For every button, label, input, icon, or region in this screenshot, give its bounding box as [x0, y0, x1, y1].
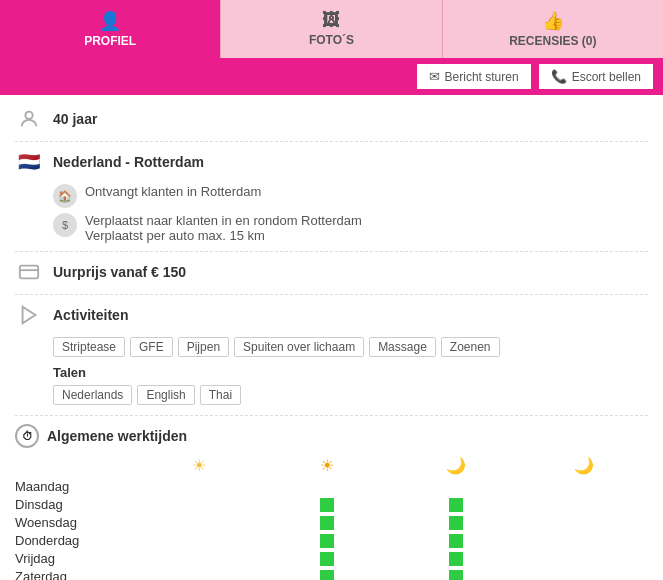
- cell-vr-1: [135, 552, 263, 566]
- hours-row-zaterdag: Zaterdag: [15, 569, 648, 580]
- location-value: Nederland - Rotterdam: [53, 154, 204, 170]
- svg-point-0: [25, 112, 32, 119]
- phone-icon: 📞: [551, 69, 567, 84]
- price-icon: [15, 258, 43, 286]
- tag-gfe: GFE: [130, 337, 173, 357]
- tab-fotos-label: FOTO´S: [309, 33, 354, 47]
- bericht-sturen-button[interactable]: ✉ Bericht sturen: [417, 64, 531, 89]
- day-woensdag: Woensdag: [15, 515, 135, 530]
- action-bar: ✉ Bericht sturen 📞 Escort bellen: [0, 58, 663, 95]
- time-morning-icon: ☀: [135, 456, 263, 475]
- profiel-icon: 👤: [5, 10, 215, 32]
- time-afternoon-icon: ☀: [263, 456, 391, 475]
- day-maandag: Maandag: [15, 479, 135, 494]
- tag-zoenen: Zoenen: [441, 337, 500, 357]
- fotos-icon: 🖼: [226, 10, 436, 31]
- time-night-icon: 🌙: [520, 456, 648, 475]
- tab-recensies-label: RECENSIES (0): [509, 34, 596, 48]
- cell-wo-1: [135, 516, 263, 530]
- hours-row-donderdag: Donderdag: [15, 533, 648, 548]
- day-dinsdag: Dinsdag: [15, 497, 135, 512]
- escort-bellen-button[interactable]: 📞 Escort bellen: [539, 64, 653, 89]
- day-donderdag: Donderdag: [15, 533, 135, 548]
- cell-ma-3: [392, 480, 520, 494]
- tag-striptease: Striptease: [53, 337, 125, 357]
- envelope-icon: ✉: [429, 69, 440, 84]
- hours-header: ☀ ☀ 🌙 🌙: [15, 456, 648, 475]
- cell-do-2: [263, 534, 391, 548]
- languages-title: Talen: [53, 365, 648, 380]
- activities-title: Activiteiten: [53, 307, 128, 323]
- time-evening-icon: 🌙: [392, 456, 520, 475]
- cell-do-1: [135, 534, 263, 548]
- activities-tags: Striptease GFE Pijpen Spuiten over licha…: [53, 337, 648, 357]
- cell-do-3: [392, 534, 520, 548]
- languages-tags: Nederlands English Thai: [53, 385, 648, 405]
- age-row: 40 jaar: [15, 105, 648, 133]
- cell-do-4: [520, 534, 648, 548]
- cell-ma-2: [263, 480, 391, 494]
- travels-to-text: Verplaatst naar klanten in en rondom Rot…: [85, 213, 362, 228]
- hours-table: ☀ ☀ 🌙 🌙 Maandag Dinsdag: [15, 456, 648, 580]
- age-value: 40 jaar: [53, 111, 97, 127]
- price-row: Uurprijs vanaf € 150: [15, 258, 648, 286]
- day-zaterdag: Zaterdag: [15, 569, 135, 580]
- cell-za-3: [392, 570, 520, 581]
- tab-profiel-label: PROFIEL: [84, 34, 136, 48]
- cell-di-1: [135, 498, 263, 512]
- hours-row-vrijdag: Vrijdag: [15, 551, 648, 566]
- page: 👤 PROFIEL 🖼 FOTO´S 👍 RECENSIES (0) ✉ Ber…: [0, 0, 663, 580]
- cell-ma-1: [135, 480, 263, 494]
- hours-row-maandag: Maandag: [15, 479, 648, 494]
- cell-di-2: [263, 498, 391, 512]
- cell-za-4: [520, 570, 648, 581]
- tag-en: English: [137, 385, 194, 405]
- svg-rect-1: [20, 266, 38, 279]
- tag-spuiten: Spuiten over lichaam: [234, 337, 364, 357]
- home-icon: 🏠: [53, 184, 77, 208]
- receives-detail: 🏠 Ontvangt klanten in Rotterdam: [53, 184, 648, 208]
- location-details: 🏠 Ontvangt klanten in Rotterdam $ Verpla…: [53, 184, 648, 243]
- age-icon: [15, 105, 43, 133]
- travels-max-text: Verplaatst per auto max. 15 km: [85, 228, 362, 243]
- tab-fotos[interactable]: 🖼 FOTO´S: [221, 0, 442, 58]
- price-value: Uurprijs vanaf € 150: [53, 264, 186, 280]
- hours-title-text: Algemene werktijden: [47, 428, 187, 444]
- working-hours-section: ⏱ Algemene werktijden ☀ ☀ 🌙 🌙 Maandag: [15, 424, 648, 580]
- bellen-label: Escort bellen: [572, 70, 641, 84]
- cell-wo-2: [263, 516, 391, 530]
- cell-wo-3: [392, 516, 520, 530]
- tag-nl: Nederlands: [53, 385, 132, 405]
- tag-massage: Massage: [369, 337, 436, 357]
- clock-icon: ⏱: [15, 424, 39, 448]
- tag-pijpen: Pijpen: [178, 337, 229, 357]
- day-vrijdag: Vrijdag: [15, 551, 135, 566]
- activities-header-row: Activiteiten: [15, 301, 648, 329]
- activities-icon: [15, 301, 43, 329]
- tab-recensies[interactable]: 👍 RECENSIES (0): [443, 0, 663, 58]
- car-icon: $: [53, 213, 77, 237]
- hours-row-woensdag: Woensdag: [15, 515, 648, 530]
- tabs: 👤 PROFIEL 🖼 FOTO´S 👍 RECENSIES (0): [0, 0, 663, 58]
- flag-icon: 🇳🇱: [15, 148, 43, 176]
- receives-text: Ontvangt klanten in Rotterdam: [85, 184, 261, 199]
- tab-profiel[interactable]: 👤 PROFIEL: [0, 0, 221, 58]
- bericht-label: Bericht sturen: [445, 70, 519, 84]
- content: 40 jaar 🇳🇱 Nederland - Rotterdam 🏠 Ontva…: [0, 95, 663, 580]
- recensies-icon: 👍: [448, 10, 658, 32]
- cell-wo-4: [520, 516, 648, 530]
- cell-di-3: [392, 498, 520, 512]
- working-hours-title: ⏱ Algemene werktijden: [15, 424, 648, 448]
- cell-vr-3: [392, 552, 520, 566]
- cell-di-4: [520, 498, 648, 512]
- cell-za-2: [263, 570, 391, 581]
- cell-ma-4: [520, 480, 648, 494]
- cell-vr-4: [520, 552, 648, 566]
- travels-detail: $ Verplaatst naar klanten in en rondom R…: [53, 213, 648, 243]
- hours-row-dinsdag: Dinsdag: [15, 497, 648, 512]
- cell-za-1: [135, 570, 263, 581]
- cell-vr-2: [263, 552, 391, 566]
- tag-th: Thai: [200, 385, 241, 405]
- location-row: 🇳🇱 Nederland - Rotterdam: [15, 148, 648, 176]
